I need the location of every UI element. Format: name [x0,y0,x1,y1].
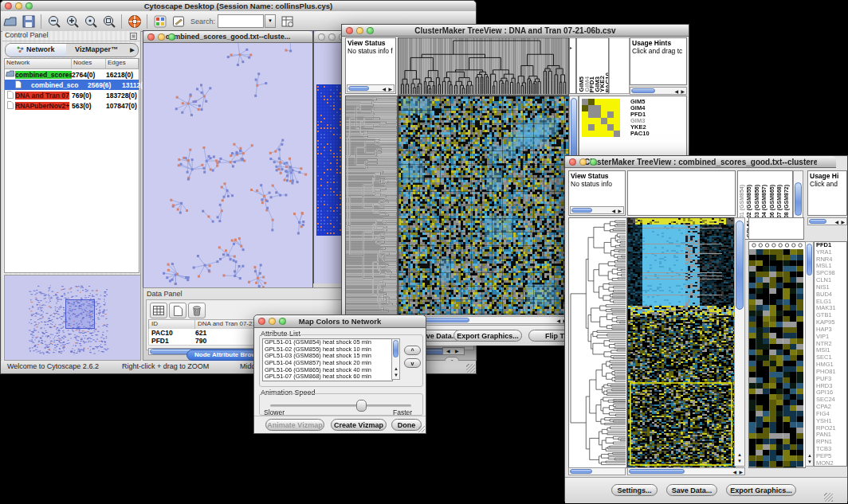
matrix-cell[interactable] [614,118,620,124]
row-dendrogram-canvas[interactable] [345,96,398,315]
dialog-titlebar[interactable]: Map Colors to Network [254,315,426,328]
open-folder-icon[interactable] [2,14,18,29]
scroll-down-icon[interactable]: ▼ [737,459,742,464]
minimize-button[interactable] [269,318,276,325]
matrix-cell[interactable] [614,131,620,137]
matrix-cell[interactable] [588,118,595,124]
matrix-cell[interactable] [601,105,607,111]
animate-vizmap-button[interactable]: Animate Vizmap [265,419,324,431]
attribute-table-icon[interactable] [279,14,296,29]
gene-list-item[interactable]: MON2 [816,460,846,467]
matrix-cell[interactable] [582,105,588,111]
treeview2-titlebar[interactable]: ClusterMaker TreeView : combined_scores_… [565,156,836,168]
matrix-cell[interactable] [607,118,614,124]
heatmap-hscrollbar[interactable]: ◀ ▶ [627,467,745,475]
zoom-button[interactable] [279,318,286,325]
scroll-up-icon[interactable]: ▲ [394,366,398,372]
zoom-in-icon[interactable] [64,14,80,29]
scrollbar-thumb[interactable] [809,219,826,224]
scroll-right-icon[interactable]: ▶ [618,209,622,214]
zoom-button[interactable] [168,33,175,41]
close-button[interactable] [569,158,576,166]
scroll-right-icon[interactable]: ▶ [841,220,845,225]
network-row[interactable]: combined_scores 2764(0) 16218(0) [5,69,139,80]
close-button[interactable] [346,27,353,34]
network-row[interactable]: RNAPuberNov2+ 563(0) 107847(0) [5,100,139,111]
matrix-cell[interactable] [588,105,595,111]
heatmap-canvas[interactable] [627,217,736,468]
matrix-cell[interactable] [595,99,601,105]
attribute-grid-icon[interactable] [150,303,167,318]
save-icon[interactable] [20,14,37,29]
scrollbar-thumb[interactable] [631,88,655,93]
close-button[interactable] [147,33,155,41]
annotation-icon[interactable] [170,14,186,29]
scroll-left-icon[interactable]: ◀ [382,87,386,92]
hscrollbar[interactable] [568,467,626,475]
hscrollbar[interactable]: ◀ ▶ [347,84,395,92]
matrix-cell[interactable] [588,131,595,137]
delete-attribute-icon[interactable] [188,303,206,318]
scroll-up-icon[interactable]: ▲ [807,453,812,459]
matrix-cell[interactable] [607,99,614,105]
main-titlebar[interactable]: Cytoscape Desktop (Session Name: collins… [1,1,476,12]
done-button[interactable]: Done [391,419,422,431]
col-id[interactable]: ID [149,320,195,329]
create-vizmap-button[interactable]: Create Vizmap [331,419,387,431]
matrix-cell[interactable] [582,111,588,118]
matrix-cell[interactable] [601,131,607,137]
network-row[interactable]: DNA and Tran 07 769(0) 183728(0) [5,90,139,100]
matrix-cell[interactable] [582,131,588,137]
minimize-button[interactable] [15,2,22,10]
matrix-cell[interactable] [588,111,595,118]
scroll-right-icon[interactable]: ▶ [388,87,392,92]
birdseye-canvas[interactable] [5,275,139,358]
matrix-cell[interactable] [588,99,595,105]
move-down-button[interactable]: v [404,358,421,368]
settings-button[interactable]: Settings... [611,484,658,496]
matrix-cell[interactable] [614,111,620,118]
scroll-left-icon[interactable]: ◀ [446,349,450,354]
zoom-button[interactable] [590,158,597,166]
scrollbar-thumb[interactable] [629,469,685,474]
zoom-button[interactable] [367,27,374,34]
scrollbar-thumb[interactable] [795,182,802,216]
zoom-selected-icon[interactable] [82,14,99,29]
move-up-button[interactable]: ^ [404,346,421,355]
scrollbar-thumb[interactable] [393,340,398,357]
scroll-left-icon[interactable]: ◀ [674,89,678,95]
hscrollbar[interactable]: ◀ ▶ [630,87,687,95]
minimize-button[interactable] [158,33,165,41]
scroll-left-icon[interactable]: ◀ [834,220,838,225]
minimize-button[interactable] [356,27,363,34]
matrix-cell[interactable] [607,131,614,137]
vizmap-palette-icon[interactable] [151,14,168,29]
network-window-1[interactable]: combined_scores_good.txt--cluste... [143,30,313,287]
zoom-button[interactable] [26,2,33,10]
matrix-cell[interactable] [588,124,595,131]
export-graphics-button[interactable]: Export Graphics... [726,484,796,496]
minimize-button[interactable] [579,158,587,166]
hscrollbar[interactable]: ◀ ▶ [807,217,847,225]
close-button[interactable] [318,33,325,41]
matrix-cell[interactable] [595,131,601,137]
treeview1-titlebar[interactable]: ClusterMaker TreeView : DNA and Tran 07-… [342,25,689,37]
column-dendrogram-canvas[interactable] [398,37,569,96]
export-graphics-button[interactable]: Export Graphics... [453,330,522,342]
float-panel-icon[interactable] [130,33,137,40]
scrollbar-thumb[interactable] [348,86,369,91]
matrix-cell[interactable] [595,124,601,131]
close-button[interactable] [5,2,12,10]
network-list-header[interactable]: Network Nodes Edges [5,59,139,69]
col-edges[interactable]: Edges [106,59,139,68]
search-dropdown-arrow[interactable]: ▼ [265,14,276,28]
tab-vizmapper[interactable]: VizMapper™ [66,44,127,57]
matrix-cell[interactable] [582,118,588,124]
zoom-out-icon[interactable] [45,14,62,29]
attribute-list-vscrollbar[interactable]: ▲ ▼ [391,338,400,380]
attribute-list[interactable]: GPL51-01 (GSM854) heat shock 05 minGPL51… [262,338,393,381]
matrix-cell[interactable] [601,118,607,124]
network-row-selected[interactable]: combined_sco 2569(6) 13112(15) [5,80,139,90]
matrix-cell[interactable] [601,124,607,131]
scroll-right-icon[interactable]: ▶ [739,470,743,475]
